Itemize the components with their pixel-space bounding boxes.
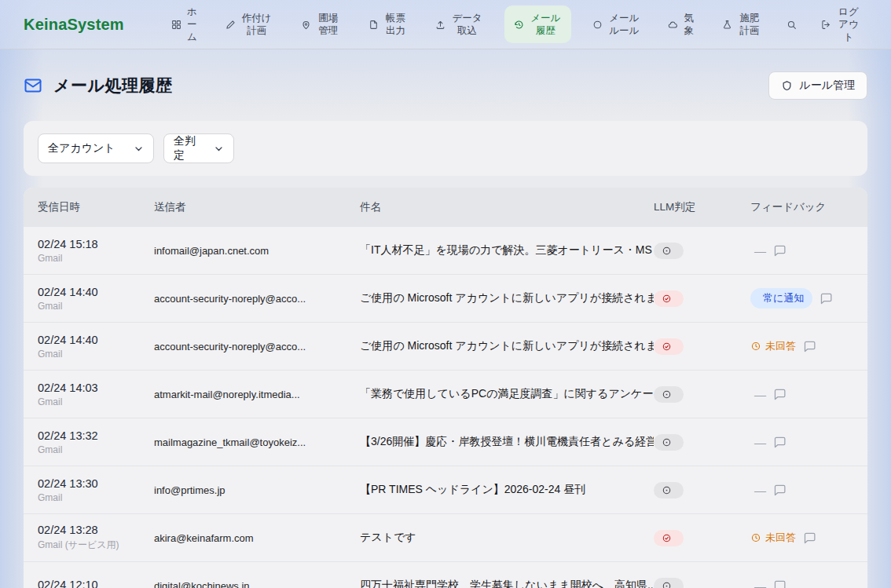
col-sender: 送信者 xyxy=(154,200,360,214)
received-time: 02/24 13:32 xyxy=(38,429,154,442)
col-feedback: フィードバック xyxy=(750,200,853,214)
account-label: Gmail xyxy=(38,301,154,312)
rule-manage-button[interactable]: ルール管理 xyxy=(768,71,867,100)
rule-manage-label: ルール管理 xyxy=(799,79,855,93)
comment-bubble-icon[interactable] xyxy=(773,484,786,497)
filter-bar: 全アカウント 全判定 xyxy=(24,121,867,176)
sender: digital@kochinews.in... xyxy=(154,580,360,588)
main-content: メール処理履歴 ルール管理 全アカウント 全判定 受信日時 送信者 件名 LLM xyxy=(0,68,891,588)
llm-verdict-badge xyxy=(654,530,684,546)
received-time: 02/24 15:18 xyxy=(38,238,154,250)
table-row[interactable]: 02/24 15:18 Gmail infomail@japan.cnet.co… xyxy=(24,227,867,275)
nav-item-mail-history[interactable]: メール履歴 xyxy=(504,5,571,44)
received-time: 02/24 13:28 xyxy=(38,524,154,536)
nav-item-label: データ取込 xyxy=(450,12,483,38)
table-row[interactable]: 02/24 14:40 Gmail account-security-norep… xyxy=(24,323,867,371)
verdict-icon xyxy=(662,533,672,543)
verdict-icon xyxy=(662,437,672,447)
nav-item-logout[interactable]: ログアウト xyxy=(815,1,867,49)
feedback-status: — xyxy=(750,436,766,449)
verdict-icon xyxy=(662,581,672,588)
comment-bubble-icon[interactable] xyxy=(773,436,786,449)
app-logo: KeinaSystem xyxy=(24,16,124,34)
nav-item-label: 気象 xyxy=(683,12,695,38)
table-row[interactable]: 02/24 14:40 Gmail account-security-norep… xyxy=(24,275,867,323)
comment-bubble-icon[interactable] xyxy=(773,388,786,401)
nav-item-data-import[interactable]: データ取込 xyxy=(429,7,490,42)
nav-item-mail-rules[interactable]: メールルール xyxy=(586,7,647,42)
feedback-icon xyxy=(750,341,761,352)
comment-bubble-icon[interactable] xyxy=(803,531,816,545)
subject: 【PR TIMES ヘッドライン】2026-02-24 昼刊 xyxy=(360,483,654,497)
col-llm-verdict: LLM判定 xyxy=(654,200,750,214)
received-time: 02/24 14:40 xyxy=(38,286,154,298)
nav-item-label: ログアウト xyxy=(836,5,861,44)
account-filter-select[interactable]: 全アカウント xyxy=(38,133,154,163)
llm-verdict-badge xyxy=(654,338,684,355)
search-icon xyxy=(786,20,797,30)
shield-icon xyxy=(781,80,793,92)
page-title: メール処理履歴 xyxy=(53,75,172,97)
history-icon xyxy=(514,20,524,30)
nav-item-home[interactable]: ホーム xyxy=(165,1,204,49)
sender: info@prtimes.jp xyxy=(154,484,360,496)
feedback-status: — xyxy=(750,388,766,401)
comment-bubble-icon[interactable] xyxy=(803,340,816,353)
mail-icon xyxy=(24,76,42,95)
nav-item-report-output[interactable]: 帳票出力 xyxy=(362,7,415,42)
sender: akira@keinafarm.com xyxy=(154,532,360,544)
sender: mailmagazine_tkmail@toyokeiz... xyxy=(154,436,360,448)
subject: ご使用の Microsoft アカウントに新しいアプリが接続されました xyxy=(360,339,654,353)
nav-item-fertilizer-plan[interactable]: 施肥計画 xyxy=(716,7,768,42)
verdict-icon xyxy=(662,389,672,400)
verdict-filter-value: 全判定 xyxy=(174,134,206,163)
table-row[interactable]: 02/24 13:28 Gmail (サービス用) akira@keinafar… xyxy=(24,514,867,562)
comment-bubble-icon[interactable] xyxy=(773,579,786,588)
upload-icon xyxy=(435,20,446,30)
mail-history-table: 受信日時 送信者 件名 LLM判定 フィードバック 02/24 15:18 Gm… xyxy=(24,188,867,588)
top-nav-bar: KeinaSystem ホーム作付け計画圃場管理帳票出力データ取込メール履歴メー… xyxy=(0,0,891,49)
sender: account-security-noreply@acco... xyxy=(154,341,360,352)
nav-item-label: 施肥計画 xyxy=(737,12,762,38)
cloud-icon xyxy=(668,20,678,30)
nav-item-field-management[interactable]: 圃場管理 xyxy=(295,7,347,42)
table-row[interactable]: 02/24 14:03 Gmail atmarkit-mail@noreply.… xyxy=(24,371,867,418)
nav-item-weather[interactable]: 気象 xyxy=(662,7,701,42)
account-filter-value: 全アカウント xyxy=(48,141,116,155)
feedback-status: 未回答 xyxy=(750,531,796,545)
account-label: Gmail xyxy=(38,349,154,360)
received-time: 02/24 13:30 xyxy=(38,477,154,490)
subject: 「IT人材不足」を現場の力で解決。三菱オートリース・MS＆AD... xyxy=(360,243,654,257)
nav-item-planting-plan[interactable]: 作付け計画 xyxy=(219,7,280,42)
table-row[interactable]: 02/24 13:30 Gmail info@prtimes.jp 【PR TI… xyxy=(24,466,867,514)
feedback-status: 未回答 xyxy=(750,339,796,353)
subject: 「業務で使用しているPCの満足度調査」に関するアンケート ≪... xyxy=(360,387,654,401)
verdict-icon xyxy=(662,485,672,495)
nav-item-search[interactable] xyxy=(783,15,800,35)
nav-item-label: メールルール xyxy=(607,12,640,38)
comment-bubble-icon[interactable] xyxy=(820,292,833,305)
col-subject: 件名 xyxy=(360,200,654,214)
feedback-status: 常に通知 xyxy=(750,288,812,309)
table-row[interactable]: 02/24 12:10 digital@kochinews.in... 四万十福… xyxy=(24,562,867,588)
comment-bubble-icon[interactable] xyxy=(773,244,786,257)
llm-verdict-badge xyxy=(654,578,684,588)
account-label: Gmail xyxy=(38,396,154,407)
table-header-row: 受信日時 送信者 件名 LLM判定 フィードバック xyxy=(24,188,867,227)
nav-item-label: メール履歴 xyxy=(529,12,562,38)
subject: テストです xyxy=(360,531,654,545)
sender: atmarkit-mail@noreply.itmedia... xyxy=(154,389,360,400)
main-nav: ホーム作付け計画圃場管理帳票出力データ取込メール履歴メールルール気象施肥計画ログ… xyxy=(165,1,867,49)
subject: ご使用の Microsoft アカウントに新しいアプリが接続されました xyxy=(360,291,654,305)
verdict-filter-select[interactable]: 全判定 xyxy=(163,133,234,163)
pin-icon xyxy=(301,20,311,30)
col-received-time: 受信日時 xyxy=(38,200,154,214)
home-icon xyxy=(171,20,182,30)
verdict-icon xyxy=(662,294,672,304)
account-label: Gmail (サービス用) xyxy=(38,539,154,552)
file-icon xyxy=(368,20,379,30)
table-row[interactable]: 02/24 13:32 Gmail mailmagazine_tkmail@to… xyxy=(24,418,867,466)
sender: account-security-noreply@acco... xyxy=(154,293,360,305)
pencil-icon xyxy=(226,20,236,30)
feedback-icon xyxy=(750,532,761,543)
